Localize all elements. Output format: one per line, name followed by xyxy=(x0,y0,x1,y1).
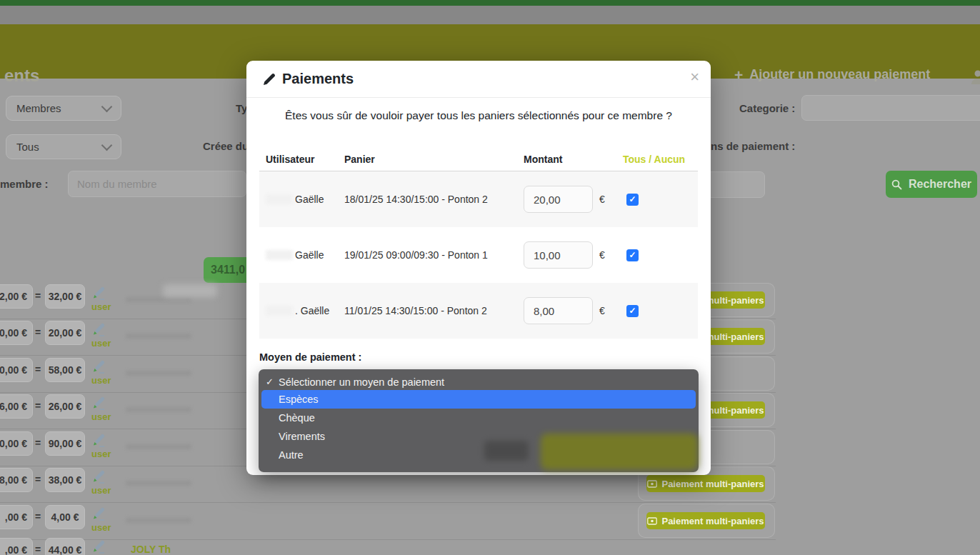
edit-pencil-icon[interactable] xyxy=(90,433,106,447)
dropdown-option[interactable]: Autre xyxy=(259,446,699,464)
amount-total-box: 90,00 € xyxy=(45,431,85,456)
edit-pencil-icon[interactable] xyxy=(90,469,106,484)
blurred-text xyxy=(126,518,191,523)
montant-input[interactable]: 20,00 xyxy=(524,186,593,213)
edit-pencil-icon[interactable] xyxy=(90,322,106,336)
user-link[interactable]: user xyxy=(91,522,111,533)
amount-paid-box: 2,00 € xyxy=(0,284,33,309)
row-checkbox[interactable]: ✓ xyxy=(626,194,639,206)
row-panier: 18/01/25 14:30/15:00 - Ponton 2 xyxy=(344,194,524,205)
amount-total-box: 26,00 € xyxy=(45,394,85,419)
banknote-icon xyxy=(647,517,657,525)
equals-sign: = xyxy=(35,326,41,338)
equals-sign: = xyxy=(35,511,41,522)
amount-total-box: 20,00 € xyxy=(45,321,85,345)
table-row: . Gaëlle 11/01/25 14:30/15:00 - Ponton 2… xyxy=(259,283,698,339)
currency-label: € xyxy=(599,249,605,261)
blurred-text xyxy=(163,284,217,297)
table-row: Gaëlle 18/01/25 14:30/15:00 - Ponton 2 2… xyxy=(259,171,698,227)
blurred-firstname xyxy=(266,194,293,204)
row-checkbox[interactable]: ✓ xyxy=(626,249,639,261)
amount-total-box: 4,00 € xyxy=(45,505,85,529)
row-user: Gaëlle xyxy=(295,249,324,261)
row-user: . Gaëlle xyxy=(295,305,329,316)
pencil-icon xyxy=(264,73,276,85)
equals-sign: = xyxy=(35,364,41,375)
amount-paid-box: ,00 € xyxy=(0,538,33,555)
blurred-text xyxy=(126,297,191,302)
check-icon: ✓ xyxy=(266,376,274,387)
payment-row: ,00 € = 4,00 € user xyxy=(0,502,257,539)
modal-title: Paiements xyxy=(264,71,354,87)
edit-pencil-icon[interactable] xyxy=(90,539,106,554)
amount-total-box: 58,00 € xyxy=(45,358,85,382)
montant-input[interactable]: 8,00 xyxy=(524,297,593,324)
confirmation-question: Êtes vous sûr de vouloir payer tous les … xyxy=(246,109,711,122)
blurred-text xyxy=(126,444,191,449)
col-utilisateur: Utilisateur xyxy=(259,154,344,165)
moyen-paiement-label: Moyen de paiement : xyxy=(259,351,361,363)
amount-paid-box: 0,00 € xyxy=(0,358,33,382)
paiements-modal: Paiements × Êtes vous sûr de vouloir pay… xyxy=(246,61,711,475)
user-link[interactable]: JOLY Th xyxy=(131,544,171,555)
payment-row: 2,00 € = 32,00 € user xyxy=(0,281,257,319)
currency-label: € xyxy=(599,305,605,316)
amount-paid-box: 8,00 € xyxy=(0,468,33,492)
paniers-table: Utilisateur Panier Montant Tous / Aucun … xyxy=(259,148,698,339)
amount-paid-box: 0,00 € xyxy=(0,321,33,345)
blurred-firstname xyxy=(266,306,293,316)
user-link[interactable]: user xyxy=(91,485,111,496)
multi-paniers-badge[interactable]: Paiement multi-paniers xyxy=(646,512,765,529)
user-link[interactable]: user xyxy=(91,301,111,312)
payment-row: 6,00 € = 26,00 € user xyxy=(0,391,257,429)
amount-paid-box: 0,00 € xyxy=(0,431,33,456)
user-link[interactable]: user xyxy=(91,338,111,349)
blurred-text xyxy=(126,481,191,486)
edit-pencil-icon[interactable] xyxy=(90,396,106,410)
row-user: Gaëlle xyxy=(295,194,324,205)
amount-total-box: 44,00 € xyxy=(45,538,85,555)
table-header-row: Utilisateur Panier Montant Tous / Aucun xyxy=(259,148,698,171)
user-link[interactable]: user xyxy=(91,411,111,422)
user-link[interactable]: user xyxy=(91,449,111,459)
col-montant: Montant xyxy=(524,154,623,165)
edit-pencil-icon[interactable] xyxy=(90,286,106,300)
table-row: Gaëlle 19/01/25 09:00/09:30 - Ponton 1 1… xyxy=(259,227,698,283)
montant-input[interactable]: 10,00 xyxy=(524,241,593,269)
equals-sign: = xyxy=(35,437,41,449)
row-panier: 11/01/25 14:30/15:00 - Ponton 2 xyxy=(344,305,524,316)
edit-pencil-icon[interactable] xyxy=(90,506,106,521)
modal-header: Paiements × xyxy=(246,61,711,98)
edit-pencil-icon[interactable] xyxy=(90,359,106,374)
payment-row: 0,00 € = 20,00 € user xyxy=(0,318,257,355)
close-icon[interactable]: × xyxy=(690,69,699,85)
col-panier: Panier xyxy=(344,154,524,165)
row-checkbox[interactable]: ✓ xyxy=(626,305,639,317)
payment-row: 0,00 € = 90,00 € user xyxy=(0,429,257,466)
blurred-firstname xyxy=(266,250,293,260)
dropdown-option[interactable]: ✓ Sélectionner un moyen de paiement xyxy=(259,374,699,390)
amount-total-box: 32,00 € xyxy=(45,284,85,309)
dropdown-option[interactable]: Virements xyxy=(259,427,699,446)
currency-label: € xyxy=(599,194,605,205)
moyen-paiement-dropdown: ✓ Sélectionner un moyen de paiement Espè… xyxy=(259,369,699,472)
payment-row: 0,00 € = 58,00 € user xyxy=(0,355,257,392)
blurred-text xyxy=(126,407,191,412)
blurred-text xyxy=(126,334,191,339)
amount-paid-box: 6,00 € xyxy=(0,394,33,419)
blurred-text xyxy=(126,371,191,376)
banknote-icon xyxy=(647,480,657,488)
payment-row: 8,00 € = 38,00 € user xyxy=(0,465,257,502)
multi-paniers-badge[interactable]: Paiement multi-paniers xyxy=(646,475,765,492)
equals-sign: = xyxy=(35,290,41,301)
user-link[interactable]: user xyxy=(91,375,111,386)
payment-row: ,00 € = 44,00 € JOLY Th xyxy=(0,535,257,555)
amount-paid-box: ,00 € xyxy=(0,505,33,529)
equals-sign: = xyxy=(35,400,41,411)
equals-sign: = xyxy=(35,544,41,555)
dropdown-option[interactable]: Chèque xyxy=(259,409,699,427)
col-tous-aucun[interactable]: Tous / Aucun xyxy=(623,154,698,165)
row-panier: 19/01/25 09:00/09:30 - Ponton 1 xyxy=(344,249,524,261)
dropdown-option[interactable]: Espèces xyxy=(261,390,696,409)
equals-sign: = xyxy=(35,474,41,485)
